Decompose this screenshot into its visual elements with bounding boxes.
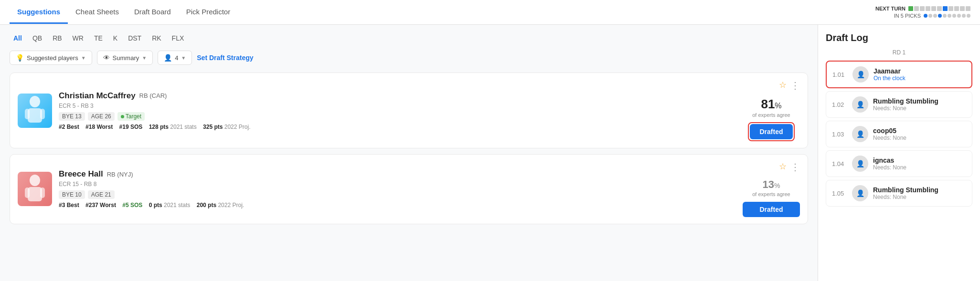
pick-needs-102: Needs: None <box>873 105 938 112</box>
round-label: RD 1 <box>826 49 972 56</box>
pixel-8 <box>960 6 965 11</box>
turn-label-text: NEXT TURN <box>875 6 905 11</box>
nav-cheat-sheets[interactable]: Cheat Sheets <box>68 1 127 24</box>
svg-point-4 <box>30 175 40 186</box>
turn-indicator: NEXT TURN IN 5 PICKS <box>875 6 970 19</box>
person-icon: 👤 <box>164 54 172 62</box>
filter-rk[interactable]: RK <box>148 32 165 44</box>
nav-suggestions[interactable]: Suggestions <box>10 1 68 24</box>
set-draft-strategy-button[interactable]: Set Draft Strategy <box>197 54 253 62</box>
nav-pick-predictor[interactable]: Pick Predictor <box>179 1 238 24</box>
expert-pct-mccaffrey: 81% of experts agree <box>752 97 790 118</box>
card-actions-mccaffrey: ☆ ⋮ <box>779 80 800 91</box>
pick-name-101: Jaamaar <box>873 67 905 75</box>
nav-draft-board[interactable]: Draft Board <box>127 1 179 24</box>
draft-pick-103[interactable]: 1.03 👤 coop05 Needs: None <box>826 121 972 147</box>
drafted-button-breece[interactable]: Drafted <box>743 202 800 217</box>
tag-target: Target <box>117 112 145 121</box>
turn-pixel-bar <box>908 6 970 11</box>
filter-qb[interactable]: QB <box>29 32 46 44</box>
pick-num-103: 1.03 <box>832 131 847 138</box>
main-layout: All QB RB WR TE K DST RK FLX 💡 Suggested… <box>0 25 980 281</box>
player-position-breece: RB (NYJ) <box>107 171 133 178</box>
tags-row-breece: BYE 10 AGE 21 <box>59 190 736 199</box>
player-info-breece: Breece Hall RB (NYJ) ECR 15 - RB 8 BYE 1… <box>59 169 736 208</box>
more-options-icon[interactable]: ⋮ <box>790 80 800 91</box>
summary-dropdown[interactable]: 👁 Summary ▼ <box>97 51 153 65</box>
top-navigation: Suggestions Cheat Sheets Draft Board Pic… <box>0 0 980 25</box>
player-avatar-breece <box>18 172 52 206</box>
draft-pick-102[interactable]: 1.02 👤 Rumbling Stumbling Needs: None <box>826 91 972 118</box>
controls-row: 💡 Suggested players ▼ 👁 Summary ▼ 👤 4 ▼ … <box>10 51 808 65</box>
pixel-blue <box>943 6 948 11</box>
stats-breece: #3 Best #237 Worst #5 SOS 0 pts 2021 sta… <box>59 202 736 208</box>
pixel-4 <box>931 6 936 11</box>
avatar-image-breece <box>23 174 47 205</box>
pick-info-104: igncas Needs: None <box>873 156 906 171</box>
filter-all[interactable]: All <box>10 32 26 44</box>
svg-rect-5 <box>28 187 42 201</box>
tag-bye-breece: BYE 10 <box>59 190 85 199</box>
filter-flx[interactable]: FLX <box>168 32 188 44</box>
filter-k[interactable]: K <box>109 32 121 44</box>
player-name-breece: Breece Hall <box>59 169 103 179</box>
chevron-down-icon: ▼ <box>81 55 86 61</box>
filter-dst[interactable]: DST <box>124 32 145 44</box>
expert-pct-breece: 13% of experts agree <box>752 178 790 198</box>
pick-status-101: On the clock <box>873 75 905 82</box>
pct-number: 81 <box>761 97 775 111</box>
right-panel: Draft Log RD 1 1.01 👤 Jaamaar On the clo… <box>818 25 980 281</box>
pick-info-103: coop05 Needs: None <box>873 127 906 141</box>
filter-rb[interactable]: RB <box>49 32 65 44</box>
pixel-3 <box>926 6 930 11</box>
drafted-button-wrapper: Drafted <box>748 122 794 141</box>
eye-icon: 👁 <box>103 54 110 62</box>
player-card-breece: Breece Hall RB (NYJ) ECR 15 - RB 8 BYE 1… <box>10 154 808 224</box>
svg-point-0 <box>30 96 40 107</box>
pick-num-105: 1.05 <box>832 190 847 197</box>
count-dropdown[interactable]: 👤 4 ▼ <box>158 51 192 65</box>
favorite-star-icon-breece[interactable]: ☆ <box>779 161 787 173</box>
svg-rect-7 <box>40 187 45 198</box>
pick-avatar-105: 👤 <box>852 185 868 201</box>
player-name-mccaffrey: Christian McCaffrey <box>59 91 136 101</box>
left-panel: All QB RB WR TE K DST RK FLX 💡 Suggested… <box>0 25 818 281</box>
card-right-mccaffrey: ☆ ⋮ 81% of experts agree Drafted <box>743 80 800 141</box>
sub-pixel-bar <box>924 14 970 18</box>
draft-pick-104[interactable]: 1.04 👤 igncas Needs: None <box>826 150 972 177</box>
pick-avatar-102: 👤 <box>852 96 868 113</box>
pick-needs-103: Needs: None <box>873 135 906 141</box>
more-options-icon-breece[interactable]: ⋮ <box>790 161 800 173</box>
tag-bye: BYE 13 <box>59 112 85 121</box>
pick-avatar-103: 👤 <box>852 126 868 142</box>
drafted-button-mccaffrey[interactable]: Drafted <box>750 124 792 139</box>
pick-num-101: 1.01 <box>832 71 848 78</box>
pixel-1 <box>914 6 919 11</box>
chevron-down-icon-2: ▼ <box>142 55 147 61</box>
draft-pick-105[interactable]: 1.05 👤 Rumbling Stumbling Needs: None <box>826 180 972 207</box>
tag-age-breece: AGE 21 <box>88 190 115 199</box>
position-filters: All QB RB WR TE K DST RK FLX <box>10 32 808 44</box>
pixel-2 <box>920 6 925 11</box>
pixel-5 <box>937 6 942 11</box>
pick-info-105: Rumbling Stumbling Needs: None <box>873 186 938 200</box>
pct-label: of experts agree <box>752 112 790 118</box>
filter-te[interactable]: TE <box>90 32 107 44</box>
filter-wr[interactable]: WR <box>69 32 87 44</box>
player-card-mccaffrey: Christian McCaffrey RB (CAR) ECR 5 - RB … <box>10 73 808 148</box>
ecr-mccaffrey: ECR 5 - RB 3 <box>59 103 736 109</box>
draft-pick-101[interactable]: 1.01 👤 Jaamaar On the clock <box>826 61 972 88</box>
pixel-green <box>908 6 913 11</box>
favorite-star-icon[interactable]: ☆ <box>779 80 787 91</box>
ecr-breece: ECR 15 - RB 8 <box>59 181 736 187</box>
pick-needs-105: Needs: None <box>873 194 938 200</box>
pick-num-102: 1.02 <box>832 101 847 108</box>
player-info-mccaffrey: Christian McCaffrey RB (CAR) ECR 5 - RB … <box>59 91 736 130</box>
pick-name-105: Rumbling Stumbling <box>873 186 938 194</box>
pick-name-103: coop05 <box>873 127 906 135</box>
pick-avatar-104: 👤 <box>852 156 868 172</box>
suggested-players-dropdown[interactable]: 💡 Suggested players ▼ <box>10 51 92 65</box>
draft-log-title: Draft Log <box>826 32 972 43</box>
pixel-7 <box>954 6 959 11</box>
pick-name-102: Rumbling Stumbling <box>873 97 938 105</box>
